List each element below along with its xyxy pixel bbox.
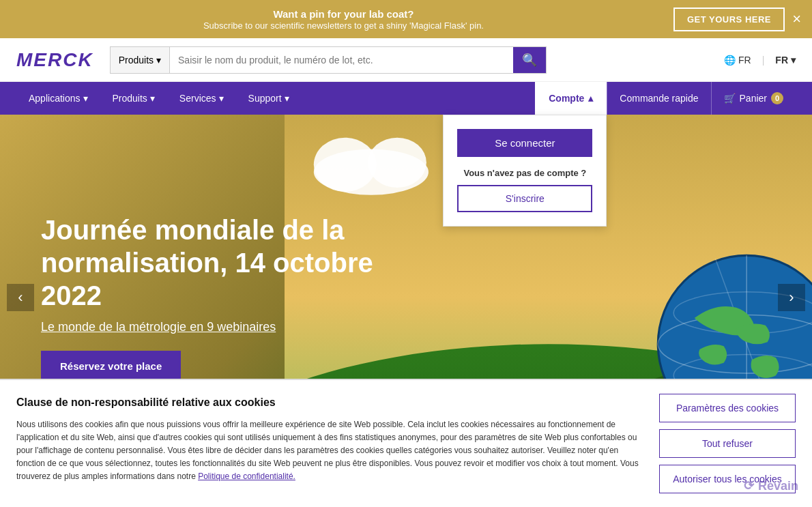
lang-divider: | (762, 55, 765, 66)
banner-sub: Subscribe to our scientific newsletters … (203, 20, 484, 31)
search-icon: 🔍 (522, 53, 537, 68)
nav-compte-label: Compte (549, 93, 584, 104)
banner-text: Want a pin for your lab coat? Subscribe … (27, 8, 660, 31)
language-globe-selector[interactable]: 🌐 FR (724, 55, 751, 66)
panier-count-badge: 0 (771, 92, 783, 104)
svg-point-5 (368, 138, 426, 188)
globe-icon: 🌐 (724, 55, 736, 66)
connect-button[interactable]: Se connecter (457, 129, 592, 157)
nav-support-label: Support (248, 93, 282, 104)
nav-panier[interactable]: 🛒 Panier 0 (712, 82, 796, 115)
carousel-prev-button[interactable]: ‹ (7, 284, 34, 311)
cookie-params-button[interactable]: Paramètres des cookies (659, 394, 796, 422)
logo-text: MERCK (16, 49, 93, 70)
search-input[interactable] (170, 47, 513, 73)
nav-right-group: Compte ▴ Se connecter Vous n'avez pas de… (535, 82, 796, 115)
cookie-banner: Clause de non-responsabilité relative au… (0, 379, 812, 507)
header-right: 🌐 FR | FR ▾ (724, 55, 796, 66)
svg-point-4 (313, 138, 376, 192)
lang-code: FR (738, 55, 751, 66)
register-button[interactable]: S'inscrire (457, 185, 592, 212)
nav-commande-rapide[interactable]: Commande rapide (607, 82, 711, 115)
lang-fr-label: FR (775, 55, 788, 66)
chevron-down-icon: ▾ (791, 55, 796, 66)
hero-cta-button[interactable]: Réservez votre place (41, 351, 181, 381)
revain-watermark: ⟳ Revain (744, 478, 798, 493)
nav-produits-label: Produits (113, 93, 147, 104)
chevron-down-icon: ▾ (150, 93, 155, 104)
nav-applications-label: Applications (29, 93, 81, 104)
panier-label: Panier (740, 93, 767, 104)
hero-content: Journée mondiale de la normalisation, 14… (0, 214, 423, 381)
search-button[interactable]: 🔍 (513, 47, 546, 73)
logo[interactable]: MERCK (16, 49, 93, 71)
chevron-down-icon: ▾ (156, 55, 161, 66)
hero-subtitle: Le monde de la métrologie en 9 webinaire… (41, 320, 382, 334)
banner-close-button[interactable]: × (792, 12, 801, 27)
chevron-up-icon: ▴ (588, 93, 593, 104)
cookie-title: Clause de non-responsabilité relative au… (16, 394, 643, 411)
cookie-text-content: Clause de non-responsabilité relative au… (16, 394, 643, 484)
nav-items: Applications ▾ Produits ▾ Services ▾ Sup… (16, 82, 535, 115)
carousel-next-button[interactable]: › (778, 284, 805, 311)
cookie-body: Nous utilisons des cookies afin que nous… (16, 420, 639, 482)
cart-icon: 🛒 (724, 93, 736, 104)
revain-icon: ⟳ (744, 478, 754, 493)
chevron-down-icon: ▾ (285, 93, 289, 104)
nav-item-applications[interactable]: Applications ▾ (16, 82, 100, 115)
commande-rapide-label: Commande rapide (620, 93, 698, 104)
nav-services-label: Services (179, 93, 216, 104)
banner-cta-button[interactable]: GET YOURS HERE (673, 8, 785, 31)
nav-compte-dropdown[interactable]: Compte ▴ Se connecter Vous n'avez pas de… (535, 82, 607, 115)
nav-item-support[interactable]: Support ▾ (236, 82, 302, 115)
cookie-refuse-button[interactable]: Tout refuser (659, 429, 796, 458)
header: MERCK Produits ▾ 🔍 🌐 FR | FR ▾ (0, 38, 812, 82)
main-nav: Applications ▾ Produits ▾ Services ▾ Sup… (0, 82, 812, 115)
language-fr-dropdown[interactable]: FR ▾ (775, 55, 796, 66)
cookie-policy-link[interactable]: Politique de confidentialité. (198, 472, 295, 481)
banner-strong: Want a pin for your lab coat? (27, 8, 660, 20)
search-category-label: Produits (119, 55, 154, 66)
search-bar: Produits ▾ 🔍 (110, 46, 547, 74)
revain-label: Revain (758, 479, 798, 493)
chevron-down-icon: ▾ (83, 93, 88, 104)
nav-item-produits[interactable]: Produits ▾ (100, 82, 167, 115)
search-category-dropdown[interactable]: Produits ▾ (111, 47, 170, 73)
hero-subtitle-link[interactable]: Le monde de la métrologie en 9 webinaire… (41, 320, 276, 334)
hero-title: Journée mondiale de la normalisation, 14… (41, 214, 382, 312)
chevron-down-icon: ▾ (219, 93, 224, 104)
top-banner: Want a pin for your lab coat? Subscribe … (0, 0, 812, 38)
account-dropdown: Se connecter Vous n'avez pas de compte ?… (443, 115, 607, 227)
no-account-text: Vous n'avez pas de compte ? (457, 168, 592, 178)
nav-item-services[interactable]: Services ▾ (167, 82, 236, 115)
